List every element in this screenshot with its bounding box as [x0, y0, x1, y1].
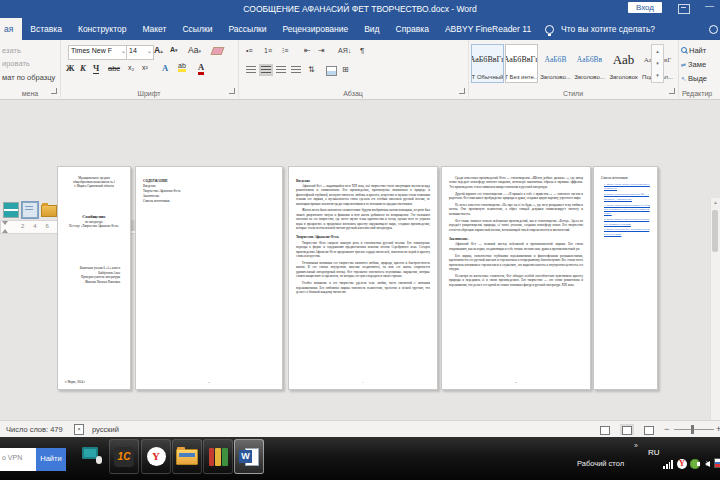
word-count[interactable]: Число слов: 479 [6, 425, 63, 434]
hyperlink[interactable]: 2. https://ru.wikipedia.org/wiki/Фет_Афа… [604, 192, 650, 201]
shading-button[interactable] [326, 66, 337, 76]
sort-button[interactable]: АЯ↓ [338, 47, 351, 54]
tab-home-partial[interactable]: ая [0, 18, 22, 40]
copy-button[interactable]: ировать [2, 59, 30, 68]
highlight-color-button[interactable]: ab [178, 62, 186, 72]
taskbar-search-widget[interactable]: о VPN Найти [0, 448, 66, 471]
document-page-title-page[interactable]: Муниципальное средняя общеобразовательна… [57, 166, 131, 390]
sign-in-button[interactable]: Вход [628, 2, 662, 13]
style-card-1[interactable]: АаБбВвГг,Т Без инте... [505, 44, 538, 83]
tell-me-box[interactable]: Что вы хотите сделать? [557, 18, 659, 40]
document-page-introduction-page[interactable]: ВведениеАфанасий Фет — выдающийся поэт X… [288, 166, 438, 390]
tab-справка[interactable]: Справка [388, 18, 437, 40]
proofing-errors-icon[interactable]: × [74, 424, 84, 435]
language-indicator[interactable]: русский [92, 425, 119, 434]
remote-desktop-icon[interactable] [82, 447, 102, 464]
strikethrough-button[interactable]: abc [108, 64, 120, 73]
tray-overflow-chevron[interactable]: » [634, 442, 638, 449]
zoom-slider-thumb[interactable] [691, 425, 694, 434]
font-name-combo[interactable]: Times New F⌄ [68, 45, 128, 60]
document-page-contents-page[interactable]: СОДЕРЖАНИЕВведениеТворчество Афанасия Фе… [135, 166, 283, 390]
document-icon[interactable] [22, 202, 38, 218]
search-input[interactable]: о VPN [0, 448, 36, 471]
zoom-in-button[interactable]: + [716, 424, 720, 434]
hyperlink[interactable]: 3. https://obrazovaka.ru/alpha/f/fet-afa… [604, 203, 650, 216]
superscript-button[interactable]: х² [142, 64, 148, 71]
style-card-0[interactable]: АаБбВвГг,Т Обычный [471, 44, 504, 83]
align-center-button[interactable] [261, 66, 271, 74]
network-icon[interactable] [663, 459, 674, 469]
abbyy-flag-icon[interactable] [3, 202, 19, 218]
font-dialog-launcher[interactable] [229, 88, 235, 94]
read-mode-button[interactable] [598, 424, 612, 435]
desktop-toolbar-label[interactable]: Рабочий стол [577, 459, 624, 468]
select-button[interactable]: ↖Выде [681, 74, 707, 83]
language-switcher[interactable]: RU [648, 448, 660, 457]
paragraph-dialog-launcher[interactable] [459, 88, 465, 94]
subscript-button[interactable]: х₂ [128, 64, 134, 71]
bullets-button[interactable]: •≡ [246, 47, 253, 54]
search-button[interactable]: Найти [36, 448, 66, 471]
hanging-indent-marker[interactable] [2, 229, 8, 233]
pilcrow-button[interactable]: ¶ [360, 46, 364, 55]
multilevel-list-button[interactable]: ⁝≡ [282, 47, 288, 55]
font-color-button[interactable]: А [198, 62, 204, 75]
shrink-font-button[interactable]: А▾ [170, 46, 178, 53]
numbering-button[interactable]: 1≡ [264, 47, 272, 54]
format-painter-button[interactable]: мат по образцу [2, 73, 55, 82]
taskbar-tile-1c[interactable]: 1С [109, 439, 139, 474]
increase-indent-button[interactable]: ⇥ [318, 46, 325, 55]
replace-button[interactable]: ⇄Заме [681, 60, 706, 69]
hyperlink[interactable]: 4. https://nauka.club/literatura/tvorche… [604, 217, 650, 226]
align-right-button[interactable] [276, 66, 286, 74]
tab-рецензирование[interactable]: Рецензирование [275, 18, 357, 40]
tab-макет[interactable]: Макет [134, 18, 174, 40]
clear-formatting-icon[interactable] [211, 47, 225, 55]
first-line-indent-marker[interactable] [2, 221, 8, 225]
style-card-3[interactable]: АаБбВвЗаголово... [573, 44, 606, 83]
line-spacing-button[interactable]: ⇅ [308, 65, 315, 74]
folder-icon[interactable] [41, 205, 57, 217]
zoom-out-button[interactable]: − [664, 424, 669, 434]
zoom-slider-track[interactable] [674, 429, 714, 430]
decrease-indent-button[interactable]: ⇤ [304, 46, 311, 55]
align-left-button[interactable] [246, 66, 256, 74]
tab-ссылки[interactable]: Ссылки [174, 18, 220, 40]
volume-icon[interactable] [705, 461, 710, 467]
clipboard-dialog-launcher[interactable] [51, 88, 57, 94]
tab-конструктор[interactable]: Конструктор [70, 18, 134, 40]
grow-font-button[interactable]: А▴ [154, 45, 163, 55]
tab-вид[interactable]: Вид [356, 18, 387, 40]
style-card-2[interactable]: АаБбВЗаголово... [539, 44, 572, 83]
find-button[interactable]: Найт [681, 46, 706, 55]
italic-button[interactable]: К [80, 63, 86, 73]
borders-button[interactable]: ⊞ [342, 65, 349, 74]
text-effects-button[interactable]: А [162, 63, 168, 73]
yandex-tray-icon[interactable]: Y [677, 459, 687, 469]
taskbar-tile-yandex-browser[interactable]: Y [141, 439, 171, 474]
hyperlink[interactable]: 5. https://licey.net/free/literatura/tvo… [604, 227, 650, 236]
document-page-body-page[interactable]: Среди известных произведений Фета — стих… [441, 166, 591, 390]
tab-рассылки[interactable]: Рассылки [220, 18, 274, 40]
underline-button[interactable]: Ч [93, 63, 99, 74]
minimize-button[interactable]: — [705, 1, 714, 11]
taskbar-tile-file-manager[interactable] [172, 439, 202, 474]
style-card-4[interactable]: АabЗаголовок [607, 44, 640, 83]
justify-button[interactable] [291, 66, 301, 74]
document-page-sources-page[interactable]: Список источников:1. https://www.culture… [593, 166, 658, 390]
scroll-up-icon[interactable]: ▴ [711, 198, 720, 206]
web-layout-button[interactable] [642, 424, 656, 435]
tab-вставка[interactable]: Вставка [22, 18, 70, 40]
hyperlink[interactable]: 1. https://www.culture.ru/persons/8279/a… [604, 182, 650, 191]
taskbar-tile-word[interactable]: W [234, 439, 264, 474]
cut-button[interactable]: езать [2, 46, 21, 55]
styles-dialog-launcher[interactable] [669, 88, 675, 94]
font-size-combo[interactable]: 14⌄ [126, 45, 154, 60]
bold-button[interactable]: Ж [66, 63, 74, 73]
taskbar-tile-archiver[interactable] [203, 439, 233, 474]
flag-icon[interactable] [714, 458, 720, 468]
styles-scroll-arrows[interactable]: ▴▾▾ [651, 44, 664, 83]
print-layout-button[interactable] [620, 424, 634, 435]
tab-abbyy-finereader-11[interactable]: ABBYY FineReader 11 [437, 18, 539, 40]
scrollbar-thumb[interactable] [712, 210, 718, 252]
